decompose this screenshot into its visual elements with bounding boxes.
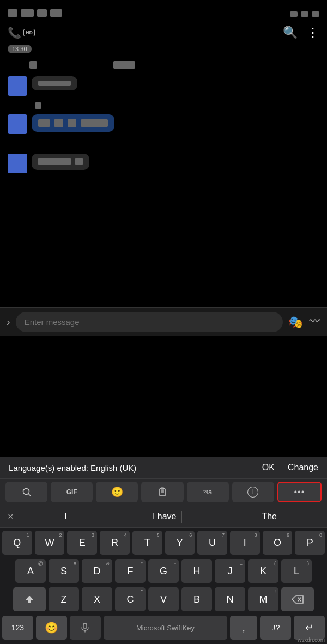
key-E[interactable]: 3E bbox=[67, 531, 97, 555]
shift-key[interactable] bbox=[13, 587, 46, 611]
key-D[interactable]: &D bbox=[82, 559, 112, 583]
comma-key[interactable]: , bbox=[230, 616, 257, 640]
key-E-sub: 3 bbox=[92, 533, 94, 538]
key-J-sub: = bbox=[240, 561, 243, 566]
sub-icon-3 bbox=[312, 11, 319, 17]
translate-tool-button[interactable]: অa bbox=[187, 482, 229, 502]
key-C[interactable]: "C bbox=[115, 587, 146, 611]
key-T[interactable]: 5T bbox=[132, 531, 162, 555]
ok-button[interactable]: OK bbox=[262, 463, 275, 473]
key-N[interactable]: :N bbox=[215, 587, 245, 611]
prediction-3[interactable]: The bbox=[256, 511, 282, 523]
key-O[interactable]: 9O bbox=[263, 531, 293, 555]
key-V-main: V bbox=[160, 594, 167, 604]
emoji-key[interactable]: 😊 bbox=[36, 616, 67, 640]
enter-key[interactable]: ↵ bbox=[294, 616, 325, 640]
b3i2 bbox=[75, 158, 83, 165]
sub-icon-1 bbox=[290, 11, 298, 17]
search-icon[interactable]: 🔍 bbox=[283, 26, 298, 40]
call-button[interactable]: 📞 HD bbox=[8, 26, 32, 39]
key-S-sub: # bbox=[74, 561, 76, 566]
key-Q[interactable]: 1Q bbox=[2, 531, 32, 555]
key-K-main: K bbox=[260, 566, 267, 576]
expand-button[interactable]: › bbox=[7, 316, 10, 328]
r2 bbox=[113, 61, 135, 69]
b2i1 bbox=[38, 119, 50, 127]
message-row-1 bbox=[8, 76, 319, 96]
prediction-1[interactable]: I bbox=[59, 511, 72, 523]
info-tool-button[interactable]: i bbox=[232, 482, 274, 502]
scatter-mid bbox=[35, 102, 319, 109]
search-tool-button[interactable] bbox=[5, 482, 47, 502]
key-W[interactable]: 2W bbox=[35, 531, 65, 555]
mic-key[interactable] bbox=[70, 616, 101, 640]
key-M[interactable]: !M bbox=[248, 587, 278, 611]
clipboard-tool-button[interactable] bbox=[141, 482, 183, 502]
key-L-main: L bbox=[294, 566, 299, 576]
keyboard-keys: 1Q 2W 3E 4R 5T 6Y 7U 8I 9O 0P @A #S &D *… bbox=[0, 528, 327, 614]
time-area: 13:30 bbox=[0, 44, 327, 57]
key-L[interactable]: )L bbox=[281, 559, 312, 583]
key-A-sub: @ bbox=[38, 561, 43, 566]
gif-label: GIF bbox=[66, 488, 77, 496]
key-K-sub: ( bbox=[274, 561, 276, 566]
prediction-items: I I have The bbox=[22, 511, 319, 523]
num-key[interactable]: 123 bbox=[2, 616, 33, 640]
app-bar: 📞 HD 🔍 ⋮ bbox=[0, 24, 327, 44]
key-U[interactable]: 7U bbox=[197, 531, 227, 555]
voice-button[interactable] bbox=[308, 315, 320, 329]
key-I-main: I bbox=[244, 538, 246, 548]
key-Z[interactable]: Z bbox=[49, 587, 79, 611]
key-B[interactable]: B bbox=[181, 587, 212, 611]
gap-1 bbox=[8, 139, 319, 148]
b2i2 bbox=[55, 119, 63, 127]
more-icon[interactable]: ⋮ bbox=[306, 25, 319, 40]
prediction-bar: × I I have The bbox=[0, 506, 327, 528]
translate-icon: অa bbox=[203, 488, 212, 496]
watermark: wsxdn.com bbox=[298, 637, 325, 643]
time-pill: 13:30 bbox=[8, 45, 32, 53]
punct-key[interactable]: .!? bbox=[260, 616, 291, 640]
key-row-3: Z X "C V B :N !M bbox=[2, 587, 325, 611]
key-F[interactable]: *F bbox=[115, 559, 146, 583]
key-L-sub: ) bbox=[307, 561, 309, 566]
key-K[interactable]: (K bbox=[248, 559, 278, 583]
prediction-2[interactable]: I have bbox=[147, 511, 183, 523]
key-Q-sub: 1 bbox=[27, 533, 29, 538]
key-I[interactable]: 8I bbox=[230, 531, 260, 555]
gif-tool-button[interactable]: GIF bbox=[51, 482, 93, 502]
key-Y-main: Y bbox=[177, 538, 183, 548]
message-input[interactable] bbox=[16, 312, 283, 332]
key-V[interactable]: V bbox=[148, 587, 179, 611]
phone-icon: 📞 bbox=[8, 26, 21, 39]
key-X[interactable]: X bbox=[82, 587, 112, 611]
emoji-icon: 😊 bbox=[45, 621, 58, 634]
key-B-main: B bbox=[193, 594, 200, 604]
backspace-key[interactable] bbox=[281, 587, 314, 611]
status-bar bbox=[0, 0, 327, 24]
key-R[interactable]: 4R bbox=[100, 531, 130, 555]
space-key[interactable]: Microsoft SwiftKey bbox=[104, 616, 228, 640]
svg-line-1 bbox=[28, 494, 31, 496]
key-Y[interactable]: 6Y bbox=[165, 531, 195, 555]
input-actions: 🎭 bbox=[288, 315, 320, 329]
key-A[interactable]: @A bbox=[15, 559, 46, 583]
status-icons bbox=[8, 8, 62, 18]
language-text: Language(s) enabled: English (UK) bbox=[9, 463, 136, 473]
change-button[interactable]: Change bbox=[288, 463, 318, 473]
bubble-1-content bbox=[38, 81, 71, 86]
key-S[interactable]: #S bbox=[49, 559, 79, 583]
emoji-button[interactable]: 🎭 bbox=[288, 315, 303, 329]
key-H[interactable]: +H bbox=[181, 559, 212, 583]
dismiss-predictions-button[interactable]: × bbox=[8, 511, 14, 523]
key-G[interactable]: -G bbox=[148, 559, 179, 583]
more-tool-button[interactable]: ••• bbox=[277, 482, 322, 502]
key-J[interactable]: =J bbox=[215, 559, 245, 583]
sub-icon-2 bbox=[301, 11, 308, 17]
key-P[interactable]: 0P bbox=[295, 531, 325, 555]
chat-area bbox=[0, 57, 327, 307]
bubble-2 bbox=[32, 114, 114, 132]
sticker-tool-button[interactable]: 🙂 bbox=[96, 482, 138, 502]
key-F-sub: * bbox=[141, 561, 143, 566]
key-U-main: U bbox=[209, 538, 216, 548]
